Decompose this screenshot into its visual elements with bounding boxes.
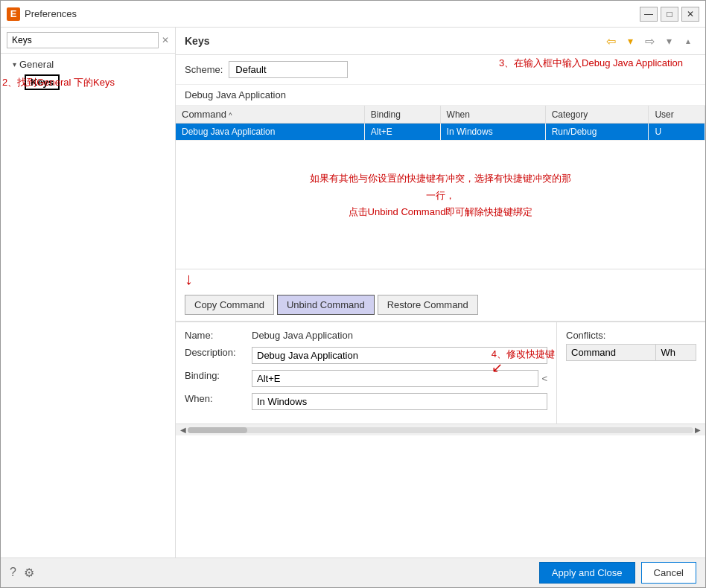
scroll-left-arrow[interactable]: ◀ <box>179 424 188 435</box>
table-row[interactable]: Debug Java Application Alt+E In Windows … <box>176 124 705 141</box>
detail-name-row: Name: Debug Java Application <box>185 330 547 341</box>
th-when[interactable]: When <box>440 106 545 124</box>
desc-input[interactable] <box>252 347 547 364</box>
sidebar-tree: 2、找到General 下的Keys General Keys <box>1 54 175 557</box>
preferences-window: E Preferences — □ ✕ ✕ 1、输入Keys <box>0 0 706 588</box>
name-label: Name: <box>185 330 252 341</box>
cancel-button[interactable]: Cancel <box>641 562 696 584</box>
content-title: Keys <box>185 35 209 47</box>
th-user[interactable]: User <box>649 106 705 124</box>
cell-command: Debug Java Application <box>176 124 364 141</box>
help-icon[interactable]: ? <box>10 566 16 580</box>
settings-icon[interactable]: ⚙ <box>24 566 34 580</box>
table-header-row: Command ^ Binding When Category User <box>176 106 705 124</box>
minimize-button[interactable]: — <box>640 7 658 22</box>
cell-binding: Alt+E <box>364 124 440 141</box>
when-select[interactable]: In Windows In Dialogs Always <box>252 393 547 410</box>
keys-label: Keys <box>25 74 60 90</box>
titlebar: E Preferences — □ ✕ <box>1 1 705 28</box>
window-controls: — □ ✕ <box>640 7 699 22</box>
conflicts-table: Command Wh <box>566 344 696 361</box>
content-panel: Keys ⇦ ▾ ⇨ ▾ ▲ Scheme: <box>176 28 705 557</box>
th-binding[interactable]: Binding <box>364 106 440 124</box>
search-clear-icon[interactable]: ✕ <box>162 35 169 45</box>
apply-close-button[interactable]: Apply and Close <box>539 562 635 584</box>
detail-desc-row: Description: <box>185 347 547 364</box>
cell-user: U <box>649 124 705 141</box>
horizontal-scrollbar[interactable]: ◀ ▶ <box>176 424 705 435</box>
sidebar-item-general[interactable]: General <box>1 57 175 72</box>
close-button[interactable]: ✕ <box>681 7 699 22</box>
binding-input[interactable] <box>252 370 538 387</box>
footer-icons: ? ⚙ <box>10 566 34 580</box>
buttons-row: Copy Command Unbind Command Restore Comm… <box>176 289 705 322</box>
arrow-to-buttons: ↓ <box>176 269 705 289</box>
sidebar-item-keys[interactable]: Keys <box>1 72 175 92</box>
scheme-select[interactable]: Default Custom <box>229 61 348 78</box>
scroll-thumb[interactable] <box>188 427 247 433</box>
nav-more-button[interactable]: ▾ <box>661 33 677 48</box>
keys-panel: Scheme: Default Custom 3、在输入框中输入Debug Ja… <box>176 55 705 557</box>
restore-command-button[interactable]: Restore Command <box>378 295 478 315</box>
scheme-row: Scheme: Default Custom 3、在输入框中输入Debug Ja… <box>176 55 705 85</box>
main-area: ✕ 1、输入Keys 2、找到General 下的Keys General Ke… <box>1 28 705 557</box>
keys-table: 如果有其他与你设置的快捷键有冲突，选择有快捷键冲突的那一行， 点击Unbind … <box>176 106 705 269</box>
annotation-step3: 3、在输入框中输入Debug Java Application <box>499 57 683 70</box>
binding-label: Binding: <box>185 370 252 381</box>
th-command[interactable]: Command ^ <box>176 106 364 124</box>
nav-forward-button[interactable]: ⇨ <box>641 33 658 48</box>
conflicts-title: Conflicts: <box>566 330 696 341</box>
scheme-label: Scheme: <box>185 64 223 75</box>
conflicts-th-when: Wh <box>656 345 696 361</box>
sort-icon: ^ <box>229 112 232 119</box>
conflicts-th-command: Command <box>567 345 656 361</box>
cell-when: In Windows <box>440 124 545 141</box>
when-label: When: <box>185 393 252 404</box>
command-table: Command ^ Binding When Category User <box>176 106 705 141</box>
th-category[interactable]: Category <box>545 106 649 124</box>
filter-row: Debug Java Application <box>176 85 705 106</box>
details-left: Name: Debug Java Application Description… <box>176 322 556 424</box>
detail-when-row: When: In Windows In Dialogs Always <box>185 393 547 410</box>
cell-category: Run/Debug <box>545 124 649 141</box>
nav-back-button[interactable]: ⇦ <box>602 33 619 48</box>
sidebar: ✕ 1、输入Keys 2、找到General 下的Keys General Ke… <box>1 28 176 557</box>
filter-text: Debug Java Application <box>185 89 286 100</box>
conflicts-header-row: Command Wh <box>567 345 696 361</box>
content-header: Keys ⇦ ▾ ⇨ ▾ ▲ <box>176 28 705 55</box>
copy-command-button[interactable]: Copy Command <box>185 295 274 315</box>
nav-dropdown-button[interactable]: ▾ <box>622 33 638 48</box>
scroll-up-button[interactable]: ▲ <box>680 33 696 48</box>
restore-button[interactable]: □ <box>661 7 678 22</box>
unbind-command-button[interactable]: Unbind Command <box>277 295 375 315</box>
search-input[interactable] <box>7 32 159 48</box>
general-label: General <box>19 59 54 70</box>
window-title: Preferences <box>25 8 640 19</box>
name-value: Debug Java Application <box>252 330 353 341</box>
scroll-track <box>188 427 693 433</box>
keys-content: Keys ⇦ ▾ ⇨ ▾ ▲ Scheme: <box>176 28 705 557</box>
desc-label: Description: <box>185 347 252 358</box>
footer-buttons: Apply and Close Cancel <box>539 562 696 584</box>
conflicts-panel: Conflicts: Command Wh <box>556 322 705 424</box>
footer: ? ⚙ Apply and Close Cancel <box>1 557 705 587</box>
scroll-right-arrow[interactable]: ▶ <box>693 424 702 435</box>
detail-binding-row: Binding: < 4、修改快捷键 ↙ <box>185 370 547 387</box>
header-icons: ⇦ ▾ ⇨ ▾ ▲ <box>602 33 696 48</box>
search-bar: ✕ <box>1 28 175 54</box>
details-area: Name: Debug Java Application Description… <box>176 322 705 424</box>
app-icon: E <box>7 7 20 21</box>
conflict-annotation: 如果有其他与你设置的快捷键有冲突，选择有快捷键冲突的那一行， 点击Unbind … <box>308 170 573 220</box>
binding-icon: < <box>541 373 547 384</box>
